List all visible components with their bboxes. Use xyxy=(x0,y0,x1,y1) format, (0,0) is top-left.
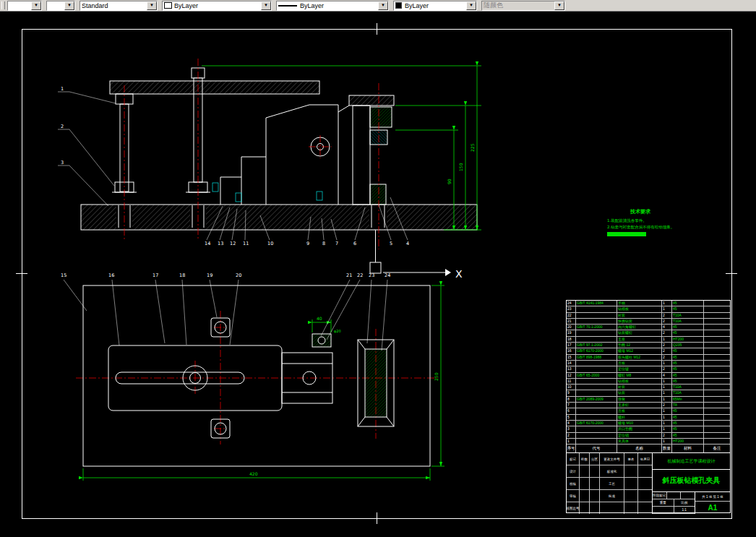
bom-cell-qty: 2 xyxy=(662,433,672,438)
bom-cell-remark xyxy=(704,433,730,438)
chevron-down-icon[interactable]: ▼ xyxy=(64,1,74,10)
signature-cell xyxy=(590,465,600,477)
bom-cell-remark xyxy=(704,325,730,330)
chevron-down-icon[interactable]: ▼ xyxy=(466,1,476,10)
chevron-down-icon[interactable]: ▼ xyxy=(147,1,157,10)
bom-cell-remark xyxy=(704,366,730,371)
bom-cell-qty: 2 xyxy=(662,403,672,408)
balloon: 8 xyxy=(322,241,325,246)
signature-cell xyxy=(590,478,600,489)
bom-cell-no: 23 xyxy=(567,306,576,312)
signature-cell xyxy=(600,502,624,514)
bom-cell-qty: 1 xyxy=(662,426,672,431)
bom-cell-name: 螺母 M12 xyxy=(617,348,662,353)
linetype-combo[interactable]: ByLayer ▼ xyxy=(162,1,272,11)
bom-cell-remark xyxy=(704,421,730,426)
bom-cell-no: 20 xyxy=(567,325,576,330)
bom-row: 19 钻套螺钉 2 45 xyxy=(567,330,730,336)
bom-cell-qty: 1 xyxy=(662,408,672,413)
balloon: 4 xyxy=(406,241,409,246)
bom-cell-no: 14 xyxy=(567,361,576,366)
bom-cell-name: 夹具体 xyxy=(617,439,662,444)
bom-cell-qty: 1 xyxy=(662,390,672,395)
text-style-combo[interactable]: Standard ▼ xyxy=(80,1,158,11)
bom-cell-material: 45 xyxy=(672,373,704,378)
bom-cell-qty: 1 xyxy=(662,301,672,306)
bom-cell-name: 定位销 xyxy=(617,433,662,438)
signature-cell: 年月日 xyxy=(638,453,652,465)
sheet-info-block: 共 1 张 第 1 张 A1 xyxy=(695,492,730,514)
bom-cell-code xyxy=(576,379,617,384)
bom-cell-no: 11 xyxy=(567,379,576,384)
chevron-down-icon[interactable]: ▼ xyxy=(31,1,41,10)
notes-title: 技术要求 xyxy=(630,208,651,215)
bom-cell-material: T10A xyxy=(672,313,704,318)
chevron-down-icon[interactable]: ▼ xyxy=(261,1,271,10)
bom-cell-name: 支承钉 xyxy=(617,403,662,408)
bom-cell-code: GB/T 2089-2009 xyxy=(576,397,617,402)
linetype-value: ByLayer xyxy=(174,2,259,9)
bom-cell-qty: 4 xyxy=(662,373,672,378)
signature-cell xyxy=(638,490,652,502)
bom-cell-material: HT200 xyxy=(672,337,704,342)
bom-cell-remark xyxy=(704,361,730,366)
chevron-down-icon[interactable]: ▼ xyxy=(378,1,388,10)
bom-cell-remark xyxy=(704,426,730,431)
bom-cell-code xyxy=(576,330,617,335)
signature-cell xyxy=(638,465,652,477)
bom-row: 20 GB/T 70.1-2000 内六角螺钉 4 45 xyxy=(567,325,730,330)
layer-combo[interactable]: ▼ xyxy=(7,1,42,11)
bom-cell-qty: 2 xyxy=(662,343,672,348)
bom-cell-material: 45 xyxy=(672,421,704,426)
balloon: 6 xyxy=(353,241,356,246)
bom-cell-name: 双头螺柱 M12 xyxy=(617,355,662,360)
bom-cell-code xyxy=(576,313,617,318)
bom-cell-material: 45 xyxy=(672,348,704,353)
bom-row: 16 GB/T 6170-2000 螺母 M12 2 45 xyxy=(567,348,730,354)
balloon: 2 xyxy=(61,124,64,129)
bom-cell-name: 螺母 M10 xyxy=(617,421,662,426)
lineweight-combo[interactable]: ByLayer ▼ xyxy=(276,1,389,11)
bom-cell-no: 5 xyxy=(567,415,576,420)
bom-cell-remark xyxy=(704,385,730,390)
bom-cell-code: GB/T 97.1-2002 xyxy=(576,343,617,348)
toolbar-grip[interactable] xyxy=(1,1,5,9)
color-combo[interactable]: ByLayer ▼ xyxy=(393,1,477,11)
bom-row: 1 夹具体 1 HT200 xyxy=(567,439,730,444)
signature-cell xyxy=(624,478,638,489)
selected-note-highlight[interactable] xyxy=(607,232,646,236)
bom-header-qty: 数量 xyxy=(662,444,672,452)
balloon: 12 xyxy=(230,241,236,246)
signature-cell xyxy=(580,502,590,514)
bom-cell-material: 45 xyxy=(672,408,704,413)
signature-cell xyxy=(638,502,652,514)
balloon: 5 xyxy=(390,241,392,246)
bom-cell-code xyxy=(576,415,617,420)
signature-cell xyxy=(624,502,638,514)
bom-row: 18 支座 1 HT200 xyxy=(567,337,730,343)
bom-cell-material: T8 xyxy=(672,403,704,408)
bom-row: 7 支承钉 2 T8 xyxy=(567,403,730,408)
signature-row: 标记 处数 分区 更改文件号 签名 年月日 xyxy=(567,453,652,465)
x-axis-label: X xyxy=(455,268,463,280)
signature-cell xyxy=(590,502,600,514)
sheet-size: A1 xyxy=(695,502,730,514)
bom-cell-material: 45 xyxy=(672,433,704,438)
model-space-canvas[interactable]: X xyxy=(0,11,756,537)
scale-value: 1:1 xyxy=(674,507,695,513)
bom-row: 15 GB/T 898-1988 双头螺柱 M12 2 45 xyxy=(567,355,730,361)
balloon: 1 xyxy=(61,86,64,92)
color-swatch-combo[interactable]: ▼ xyxy=(46,1,75,11)
balloon: 13 xyxy=(218,241,223,246)
bom-row: 13 定位键 2 45 xyxy=(567,366,730,372)
plot-style-value: 随颜色 xyxy=(484,1,553,10)
balloon-numbers: 1 2 3 14 13 12 11 10 9 8 7 6 5 4 15 16 1… xyxy=(61,86,409,278)
signature-cell: 工艺 xyxy=(600,478,624,489)
bom-cell-name: 快换钻套 xyxy=(617,319,662,324)
dim-label: 420 xyxy=(249,471,258,476)
linetype-swatch-icon xyxy=(164,2,172,9)
signature-cell xyxy=(624,465,638,477)
bom-header-row: 序号 代号 名称 数量 材料 备注 xyxy=(567,444,730,453)
bom-cell-qty: 2 xyxy=(662,313,672,318)
bom-cell-material: HT200 xyxy=(672,439,704,444)
